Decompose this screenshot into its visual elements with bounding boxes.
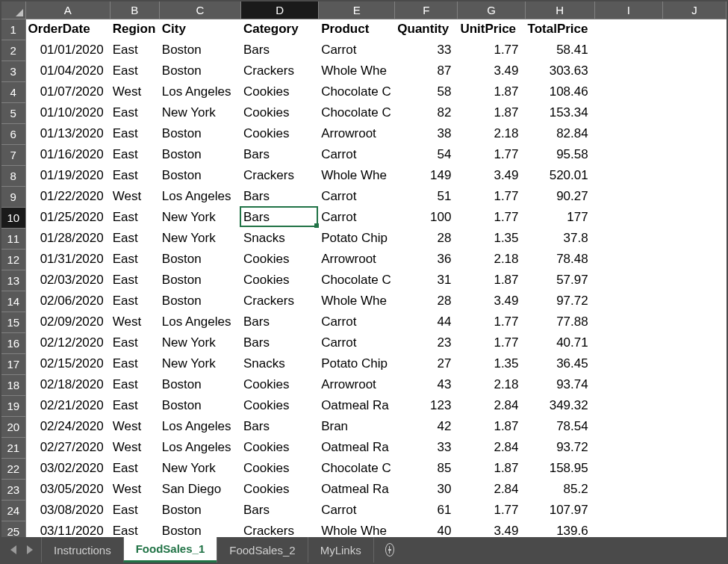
- row-header-19[interactable]: 19: [1, 395, 25, 416]
- cell-D8[interactable]: Crackers: [240, 165, 318, 186]
- cell-E21[interactable]: Oatmeal Ra: [319, 437, 395, 458]
- cell-D6[interactable]: Cookies: [240, 123, 318, 144]
- cell-C19[interactable]: Boston: [159, 395, 240, 416]
- cell-D10[interactable]: Bars: [240, 207, 318, 228]
- row-header-11[interactable]: 11: [1, 228, 25, 249]
- cell-J2[interactable]: [662, 40, 726, 61]
- cell-B7[interactable]: East: [110, 144, 159, 165]
- cell-H18[interactable]: 93.74: [525, 374, 594, 395]
- col-header-D[interactable]: D: [240, 1, 318, 19]
- cell-J8[interactable]: [662, 165, 726, 186]
- cell-G11[interactable]: 1.35: [458, 228, 525, 249]
- cell-B10[interactable]: East: [110, 207, 159, 228]
- cell-D17[interactable]: Snacks: [240, 353, 318, 374]
- cell-F4[interactable]: 58: [395, 81, 458, 102]
- cell-B22[interactable]: East: [110, 458, 159, 479]
- cell-A10[interactable]: 01/25/2020: [25, 207, 110, 228]
- cell-H22[interactable]: 158.95: [525, 458, 594, 479]
- cell-A15[interactable]: 02/09/2020: [25, 312, 110, 332]
- cell-D19[interactable]: Cookies: [240, 395, 318, 416]
- cell-D20[interactable]: Bars: [240, 416, 318, 437]
- cell-F25[interactable]: 40: [395, 521, 458, 537]
- cell-A17[interactable]: 02/15/2020: [25, 353, 110, 374]
- cell-A18[interactable]: 02/18/2020: [25, 374, 110, 395]
- cell-C9[interactable]: Los Angeles: [159, 186, 240, 207]
- cell-A6[interactable]: 01/13/2020: [25, 123, 110, 144]
- cell-E16[interactable]: Carrot: [319, 332, 395, 353]
- cell-J25[interactable]: [662, 521, 726, 537]
- cell-A22[interactable]: 03/02/2020: [25, 458, 110, 479]
- cell-H10[interactable]: 177: [525, 207, 594, 228]
- col-header-H[interactable]: H: [525, 1, 594, 19]
- cell-A25[interactable]: 03/11/2020: [25, 521, 110, 537]
- cell-G6[interactable]: 2.18: [458, 123, 525, 144]
- row-header-18[interactable]: 18: [1, 374, 25, 395]
- cell-B14[interactable]: East: [110, 291, 159, 312]
- row-header-5[interactable]: 5: [1, 102, 25, 123]
- field-header-Region[interactable]: Region: [110, 19, 159, 40]
- sheet-tab-MyLinks[interactable]: MyLinks: [308, 537, 374, 563]
- cell-C4[interactable]: Los Angeles: [159, 81, 240, 102]
- row-header-17[interactable]: 17: [1, 353, 25, 374]
- cell-A3[interactable]: 01/04/2020: [25, 61, 110, 81]
- cell-H15[interactable]: 77.88: [525, 312, 594, 332]
- cell-J23[interactable]: [662, 479, 726, 500]
- cell-A5[interactable]: 01/10/2020: [25, 102, 110, 123]
- cell-D13[interactable]: Cookies: [240, 270, 318, 291]
- cell-C18[interactable]: Boston: [159, 374, 240, 395]
- cell-G13[interactable]: 1.87: [458, 270, 525, 291]
- cell-B25[interactable]: East: [110, 521, 159, 537]
- cell-E23[interactable]: Oatmeal Ra: [319, 479, 395, 500]
- cell-I24[interactable]: [594, 500, 662, 521]
- cell-F9[interactable]: 51: [395, 186, 458, 207]
- cell-J4[interactable]: [662, 81, 726, 102]
- cell-B21[interactable]: West: [110, 437, 159, 458]
- cell-C11[interactable]: New York: [159, 228, 240, 249]
- cell-H4[interactable]: 108.46: [525, 81, 594, 102]
- cell-I3[interactable]: [594, 61, 662, 81]
- cell-D14[interactable]: Crackers: [240, 291, 318, 312]
- cell-D25[interactable]: Crackers: [240, 521, 318, 537]
- cell-E11[interactable]: Potato Chip: [319, 228, 395, 249]
- cell-B15[interactable]: West: [110, 312, 159, 332]
- cell-E24[interactable]: Carrot: [319, 500, 395, 521]
- cell-F7[interactable]: 54: [395, 144, 458, 165]
- col-header-E[interactable]: E: [319, 1, 395, 19]
- cell-D12[interactable]: Cookies: [240, 249, 318, 270]
- cell-H23[interactable]: 85.2: [525, 479, 594, 500]
- cell-F10[interactable]: 100: [395, 207, 458, 228]
- cell-E13[interactable]: Chocolate C: [319, 270, 395, 291]
- cell-H11[interactable]: 37.8: [525, 228, 594, 249]
- col-header-F[interactable]: F: [395, 1, 458, 19]
- cell-C6[interactable]: Boston: [159, 123, 240, 144]
- cell-E7[interactable]: Carrot: [319, 144, 395, 165]
- cell-B16[interactable]: East: [110, 332, 159, 353]
- cell-B24[interactable]: East: [110, 500, 159, 521]
- row-header-12[interactable]: 12: [1, 249, 25, 270]
- cell-B4[interactable]: West: [110, 81, 159, 102]
- cell-B12[interactable]: East: [110, 249, 159, 270]
- cell-F19[interactable]: 123: [395, 395, 458, 416]
- cell-B13[interactable]: East: [110, 270, 159, 291]
- row-header-10[interactable]: 10: [1, 207, 25, 228]
- cell-I17[interactable]: [594, 353, 662, 374]
- cell-J10[interactable]: [662, 207, 726, 228]
- cell-F18[interactable]: 43: [395, 374, 458, 395]
- cell-J18[interactable]: [662, 374, 726, 395]
- cell-G25[interactable]: 3.49: [458, 521, 525, 537]
- cell-F5[interactable]: 82: [395, 102, 458, 123]
- cell-J6[interactable]: [662, 123, 726, 144]
- cell-E25[interactable]: Whole Whe: [319, 521, 395, 537]
- cell-F11[interactable]: 28: [395, 228, 458, 249]
- cell-I5[interactable]: [594, 102, 662, 123]
- col-header-G[interactable]: G: [458, 1, 525, 19]
- cell-D5[interactable]: Cookies: [240, 102, 318, 123]
- cell-I11[interactable]: [594, 228, 662, 249]
- cell-H2[interactable]: 58.41: [525, 40, 594, 61]
- cell-E4[interactable]: Chocolate C: [319, 81, 395, 102]
- cell-G2[interactable]: 1.77: [458, 40, 525, 61]
- col-header-B[interactable]: B: [110, 1, 159, 19]
- tab-prev-icon[interactable]: [10, 545, 16, 554]
- cell-F2[interactable]: 33: [395, 40, 458, 61]
- col-header-A[interactable]: A: [25, 1, 110, 19]
